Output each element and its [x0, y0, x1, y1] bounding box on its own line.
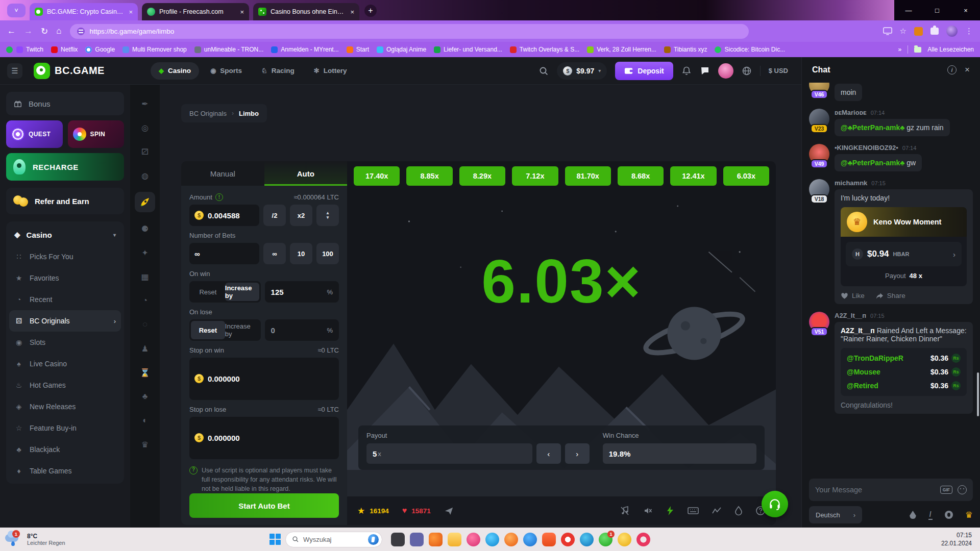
taskbar-weather[interactable]: 1 8°C Leichter Regen [0, 532, 117, 546]
commands-icon[interactable]: / [928, 510, 933, 520]
nav-lottery[interactable]: ✻Lottery [306, 62, 355, 80]
on-win-increase-button[interactable]: Increase by [225, 283, 259, 301]
mention[interactable]: @♣PeterPan-amk♣ [841, 123, 904, 132]
all-bookmarks-label[interactable]: Alle Lesezeichen [927, 46, 974, 53]
like-button[interactable]: Like [841, 292, 865, 299]
game-icon-dice[interactable]: ⚂ [137, 144, 153, 159]
browser-tab-active[interactable]: BC.GAME: Crypto Casino Game... × [30, 3, 138, 20]
bets-input[interactable]: ∞ [189, 243, 259, 264]
bets-10-button[interactable]: 10 [290, 243, 312, 264]
on-win-percent-input[interactable]: 125 % [265, 281, 339, 303]
sidebar-item-blackjack[interactable]: ♣Blackjack [9, 439, 121, 460]
step-down-icon[interactable]: ▾ [327, 215, 329, 220]
bets-100-button[interactable]: 100 [316, 243, 339, 264]
sidebar-item-table-games[interactable]: ♦Table Games [9, 460, 121, 482]
on-lose-percent-input[interactable]: 0 % [265, 319, 339, 341]
tab-close-icon[interactable]: × [350, 8, 354, 16]
start-auto-bet-button[interactable]: Start Auto Bet [189, 493, 339, 518]
share-plane-icon[interactable] [444, 506, 454, 516]
taskbar-app-shield[interactable] [542, 533, 556, 546]
browser-profile-avatar[interactable] [946, 26, 958, 37]
taskbar-app-brave[interactable] [504, 533, 518, 546]
message-input-box[interactable]: GIF [809, 479, 973, 501]
back-icon[interactable]: ← [7, 26, 16, 36]
game-icon-star[interactable]: ✦ [137, 245, 153, 260]
taskbar-app-taskview[interactable] [391, 533, 405, 546]
new-tab-button[interactable]: + [364, 5, 377, 17]
rain-recipient[interactable]: @Mousee [847, 368, 880, 376]
tab-manual[interactable]: Manual [181, 161, 264, 186]
history-chip[interactable]: 17.40x [354, 166, 400, 186]
bookmark-item[interactable]: Multi Remover shop [122, 46, 187, 53]
payout-input[interactable]: 5 x [366, 443, 532, 464]
mention[interactable]: @♣PeterPan-amk♣ [841, 159, 904, 167]
payout-prev-button[interactable]: ‹ [536, 443, 561, 464]
recharge-card[interactable]: RECHARGE [6, 153, 124, 181]
game-icon-limbo-active[interactable] [135, 192, 155, 212]
tab-search-button[interactable]: ˅ [7, 4, 26, 17]
language-selector[interactable]: Deutsch › [809, 506, 862, 523]
sidebar-item-hot-games[interactable]: ♨Hot Games [9, 374, 121, 396]
username[interactable]: A2Z_It__п [835, 312, 866, 319]
nav-racing[interactable]: ♘Racing [253, 62, 303, 80]
sidebar-toggle-button[interactable]: ☰ [7, 63, 22, 79]
history-chip[interactable]: 8.85x [406, 166, 452, 186]
spin-card[interactable]: SPIN [68, 120, 125, 148]
cast-icon[interactable] [883, 27, 892, 35]
taskbar-app-operagx[interactable] [636, 533, 650, 546]
sidebar-item-bc-originals[interactable]: ⚄BC Originals› [9, 310, 121, 332]
spotify-bookmark-icon[interactable] [6, 46, 13, 53]
quest-card[interactable]: QUEST [6, 120, 63, 148]
history-chip[interactable]: 7.12x [512, 166, 558, 186]
history-chip[interactable]: 8.29x [459, 166, 505, 186]
browser-tab-bonus[interactable]: Casino Bonus ohne Einzahlung... × [253, 3, 359, 20]
music-off-icon[interactable] [620, 506, 630, 516]
casino-group-header[interactable]: ◆ Casino ▾ [9, 223, 121, 246]
tab-close-icon[interactable]: × [240, 8, 244, 16]
windows-start-button[interactable] [270, 534, 281, 545]
bookmark-item[interactable]: Sicodice: Bitcoin Dic... [715, 46, 785, 53]
taskbar-app-telegram[interactable] [523, 533, 537, 546]
browser-menu-icon[interactable]: ⋮ [965, 27, 973, 36]
home-icon[interactable]: ⌂ [56, 26, 61, 36]
sidebar-item-feature-buy-in[interactable]: ☆Feature Buy-in [9, 417, 121, 439]
brand-logo[interactable]: BC.GAME [34, 63, 105, 79]
taskbar-app-green[interactable]: 1 [599, 533, 612, 546]
bell-icon[interactable] [681, 66, 692, 76]
sidebar-bonus[interactable]: Bonus [6, 92, 124, 115]
bookmark-star-icon[interactable]: ☆ [900, 27, 906, 36]
bookmark-item[interactable]: Start [347, 46, 369, 53]
tab-auto[interactable]: Auto [264, 161, 348, 186]
heart-icon[interactable]: ♥ [402, 506, 407, 515]
sidebar-item-recent[interactable]: ◔Recent [9, 289, 121, 310]
coin-drop-icon[interactable] [945, 511, 953, 519]
on-lose-reset-button[interactable]: Reset [191, 321, 225, 339]
support-button[interactable] [762, 491, 788, 517]
site-settings-icon[interactable] [77, 28, 85, 35]
bookmark-item[interactable]: Anmelden - MYrent... [271, 46, 338, 53]
stop-lose-input[interactable]: $ 0.000000 [189, 417, 339, 459]
bookmark-item[interactable]: Tibiantis xyz [664, 46, 707, 53]
nav-casino[interactable]: ◆Casino [151, 62, 199, 80]
bookmark-item[interactable]: Netflix [51, 46, 78, 53]
game-icon-roulette[interactable]: ◐ [137, 413, 153, 428]
currency-label[interactable]: $ USD [769, 67, 788, 74]
bookmarks-overflow-icon[interactable]: » [898, 46, 902, 53]
tab-close-icon[interactable]: × [129, 8, 133, 16]
taskbar-clock[interactable]: 07:15 22.01.2024 [941, 531, 980, 547]
stop-win-input[interactable]: $ 0.000000 [189, 358, 339, 400]
username[interactable]: ▪KINGKENOIBOZ92▪ [835, 144, 898, 152]
trophy-icon[interactable]: ♛ [965, 510, 973, 520]
bookmark-item[interactable]: Liefer- und Versand... [434, 46, 502, 53]
bookmark-item[interactable]: Twitch [16, 46, 43, 53]
double-button[interactable]: x2 [290, 205, 312, 226]
keno-win-amount[interactable]: H $0.94 HBAR › [846, 242, 962, 266]
browser-tab-freecash[interactable]: Profile - Freecash.com × [142, 3, 249, 20]
share-button[interactable]: Share [876, 292, 905, 299]
taskbar-app-emoji[interactable] [618, 533, 631, 546]
bookmark-item[interactable]: unMineable - TRON... [194, 46, 264, 53]
user-avatar[interactable] [718, 63, 733, 79]
game-icon-crown[interactable]: ♛ [137, 437, 153, 452]
sound-off-icon[interactable] [643, 506, 653, 516]
globe-icon[interactable] [742, 66, 752, 76]
